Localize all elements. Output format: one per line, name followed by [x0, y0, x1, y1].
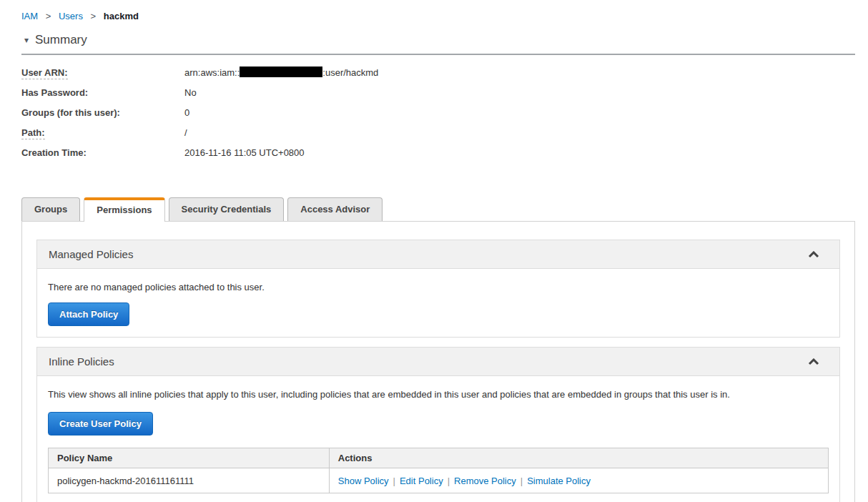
managed-policies-header[interactable]: Managed Policies [37, 240, 839, 269]
has-password-value: No [184, 83, 197, 103]
managed-policies-title: Managed Policies [49, 248, 133, 260]
column-header-actions: Actions [329, 448, 828, 468]
breadcrumb: IAM > Users > hackmd [21, 0, 855, 21]
chevron-up-icon[interactable] [808, 251, 819, 258]
inline-policies-header[interactable]: Inline Policies [37, 348, 839, 376]
permissions-tab-panel: Managed Policies There are no managed po… [21, 221, 855, 502]
managed-policies-empty-message: There are no managed policies attached t… [48, 282, 829, 292]
managed-policies-body: There are no managed policies attached t… [37, 269, 839, 337]
managed-policies-section: Managed Policies There are no managed po… [36, 240, 840, 338]
tab-permissions[interactable]: Permissions [84, 197, 164, 222]
field-row-path: Path: / [21, 123, 855, 143]
field-row-has-password: Has Password: No [21, 83, 855, 103]
tab-bar: Groups Permissions Security Credentials … [21, 197, 855, 221]
actions-cell: Show Policy|Edit Policy|Remove Policy|Si… [329, 468, 828, 493]
action-separator: | [393, 476, 395, 486]
table-header-row: Policy Name Actions [49, 448, 829, 468]
path-value: / [184, 123, 187, 143]
field-row-user-arn: User ARN: arn:aws:iam:::user/hackmd [21, 63, 855, 83]
creation-time-value: 2016-11-16 11:05 UTC+0800 [184, 143, 305, 163]
summary-title: Summary [35, 33, 87, 47]
create-user-policy-button[interactable]: Create User Policy [48, 412, 153, 435]
simulate-policy-link[interactable]: Simulate Policy [527, 476, 591, 486]
breadcrumb-separator: > [91, 11, 97, 21]
inline-policies-description: This view shows all inline policies that… [48, 389, 829, 400]
action-separator: | [448, 476, 450, 486]
inline-policies-table: Policy Name Actions policygen-hackmd-201… [48, 448, 829, 493]
inline-policies-title: Inline Policies [49, 355, 114, 368]
field-row-creation-time: Creation Time: 2016-11-16 11:05 UTC+0800 [21, 143, 855, 163]
breadcrumb-current-user: hackmd [104, 11, 139, 21]
breadcrumb-link-iam[interactable]: IAM [21, 11, 38, 21]
table-row: policygen-hackmd-201611161111 Show Polic… [49, 468, 829, 493]
breadcrumb-link-users[interactable]: Users [59, 11, 83, 21]
summary-fields: User ARN: arn:aws:iam:::user/hackmd Has … [21, 63, 855, 163]
attach-policy-button[interactable]: Attach Policy [48, 302, 129, 326]
field-row-groups: Groups (for this user): 0 [21, 103, 855, 123]
edit-policy-link[interactable]: Edit Policy [400, 476, 443, 486]
inline-policies-section: Inline Policies This view shows all inli… [36, 347, 840, 502]
redacted-account-id [240, 67, 322, 77]
inline-policies-body: This view shows all inline policies that… [37, 376, 839, 502]
path-label: Path: [21, 123, 184, 143]
user-arn-label: User ARN: [21, 63, 184, 83]
chevron-up-icon[interactable] [808, 358, 819, 365]
groups-label: Groups (for this user): [21, 103, 184, 123]
has-password-label: Has Password: [21, 83, 184, 103]
action-separator: | [521, 476, 523, 486]
summary-section-header: ▾ Summary [21, 33, 855, 55]
tab-security-credentials[interactable]: Security Credentials [169, 197, 285, 221]
arn-prefix: arn:aws:iam:: [184, 67, 240, 78]
remove-policy-link[interactable]: Remove Policy [454, 476, 516, 486]
creation-time-label: Creation Time: [21, 143, 184, 163]
policy-name-cell: policygen-hackmd-201611161111 [49, 468, 330, 493]
user-arn-value: arn:aws:iam:::user/hackmd [184, 63, 378, 83]
groups-value: 0 [184, 103, 189, 123]
show-policy-link[interactable]: Show Policy [338, 476, 389, 486]
breadcrumb-separator: > [46, 11, 51, 21]
arn-suffix: :user/hackmd [322, 67, 378, 78]
column-header-policy-name: Policy Name [49, 448, 330, 468]
tab-access-advisor[interactable]: Access Advisor [287, 197, 383, 221]
tab-groups[interactable]: Groups [21, 197, 80, 221]
triangle-down-icon[interactable]: ▾ [24, 36, 29, 44]
